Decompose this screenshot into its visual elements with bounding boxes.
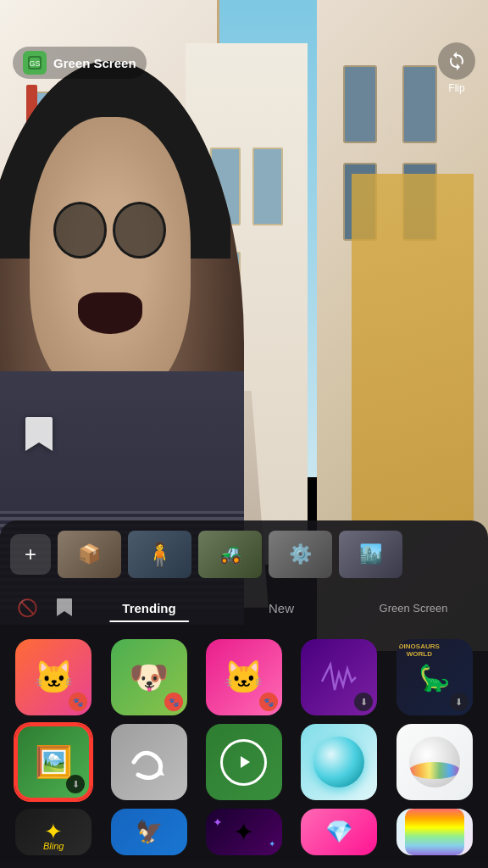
tab-trending[interactable]: Trending [83,598,215,619]
photo-strip: + 📦 🧍 🚜 ⚙️ 🏙️ [0,520,488,587]
photo-thumb-5[interactable]: 🏙️ [339,531,402,578]
svg-text:GS: GS [29,59,40,68]
bottom-panel: + 📦 🧍 🚜 ⚙️ 🏙️ 🚫 Trending [0,520,488,868]
app-pic-downloader[interactable]: 🖼️ ⬇ [10,724,97,800]
flip-button[interactable]: Flip [438,42,475,94]
photo-thumb-4[interactable]: ⚙️ [269,531,332,578]
tab-new[interactable]: New [215,598,347,619]
photo-thumb-1[interactable]: 📦 [58,531,121,578]
flip-icon [438,42,475,80]
app-grid-row3: ✦ Bling 🦅 ✦ ✦ ✦ 💎 [0,809,488,860]
app-pic-bird[interactable]: 🦅 [105,809,191,855]
bookmark-icon[interactable] [24,415,54,453]
paw-badge: 🐾 [69,693,87,711]
app-cat-red[interactable]: 🐱 🐾 [10,639,97,715]
app-cat-pink[interactable]: 🐱 🐾 [201,639,287,715]
add-photo-button[interactable]: + [10,534,51,575]
app-grid-row1: 🐱 🐾 🐶 🐾 🐱 🐾 ⬇ [0,631,488,724]
status-bar [0,0,488,38]
app-dino-world[interactable]: 🦕 ⬇ DINOSAURSWORLD [391,639,478,715]
green-screen-badge[interactable]: GS Green Screen [13,47,147,79]
app-purple-wave[interactable]: ⬇ [296,639,382,715]
tab-bookmark[interactable] [46,592,83,624]
green-screen-label: Green Screen [53,56,136,70]
app-pets-green[interactable]: 🐶 🐾 [105,639,191,715]
flip-label: Flip [448,82,464,94]
app-video-green[interactable] [201,724,287,800]
app-sphere-teal[interactable] [296,724,382,800]
photo-thumb-2[interactable]: 🧍 [128,531,191,578]
app-grid-row2: 🖼️ ⬇ [0,724,488,809]
app-pink-gem[interactable]: 💎 [296,809,382,855]
app-rainbow[interactable] [391,809,478,855]
tab-green-screen[interactable]: Green Screen [347,598,480,618]
yellow-wall [352,174,474,521]
photo-thumb-3[interactable]: 🚜 [198,531,262,578]
app-sparkle[interactable]: ✦ ✦ ✦ [201,809,287,855]
svg-marker-4 [241,756,250,768]
app-bling[interactable]: ✦ Bling [10,809,97,855]
tab-block[interactable]: 🚫 [8,592,46,624]
app-white-sphere[interactable] [391,724,478,800]
green-screen-icon: GS [23,51,47,75]
nav-tabs: 🚫 Trending New Green Screen [0,587,488,631]
app-boomerang[interactable] [105,724,191,800]
